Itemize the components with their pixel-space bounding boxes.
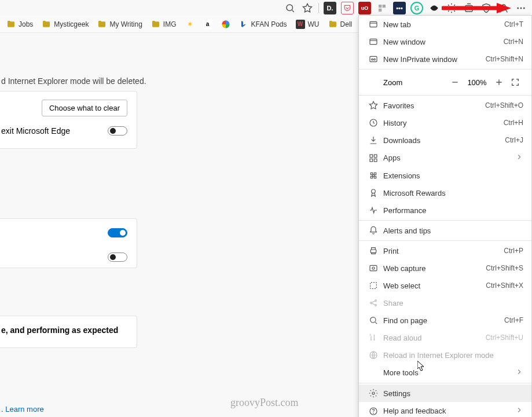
readaloud-icon: A [367,333,380,342]
svg-point-6 [502,5,505,8]
svg-rect-13 [370,39,377,44]
menu-item-help-and-feedback[interactable]: Help and feedback [359,402,531,417]
favorites-star-icon[interactable] [301,2,314,14]
menu-item-apps[interactable]: Apps [359,149,531,167]
zoom-out-button[interactable] [447,75,463,90]
zoom-value: 100% [463,78,491,87]
svg-rect-26 [370,283,377,289]
bookmark-wu[interactable]: WWU [293,18,322,31]
svg-point-28 [375,300,377,302]
services-toggle-on[interactable] [108,228,127,237]
extension-d-icon[interactable]: D. [324,2,336,14]
svg-rect-14 [370,56,377,61]
chevron-right-icon [515,153,523,163]
clear-data-card: Choose what to clear exit Microsoft Edge [0,91,137,149]
menu-item-new-inprivate-window[interactable]: New InPrivate windowCtrl+Shift+N [359,50,531,68]
svg-rect-21 [374,159,377,162]
svg-rect-18 [370,155,373,158]
svg-rect-5 [465,5,472,12]
browser-essentials-icon[interactable] [480,2,493,14]
bookmark-dell[interactable]: Dell [325,18,355,31]
ublock-icon[interactable]: uO [358,2,371,14]
walmart-icon: ✶ [185,20,195,29]
svg-point-8 [520,7,522,9]
collections-icon[interactable] [463,2,475,14]
menu-item-label: Read aloud [380,334,486,342]
menu-item-more-tools[interactable]: More tools [359,364,531,382]
svg-point-27 [370,302,372,304]
menu-item-web-select[interactable]: Web selectCtrl+Shift+X [359,277,531,294]
zoom-in-button[interactable] [491,75,507,90]
menu-item-settings[interactable]: Settings [359,385,531,402]
profile-icon[interactable] [497,2,510,14]
menu-item-alerts-and-tips[interactable]: Alerts and tips [359,222,531,239]
grammarly-icon[interactable]: G [410,2,423,14]
exit-edge-toggle[interactable] [108,126,127,136]
bookmark-label: KFAN Pods [251,20,287,28]
lastpass-icon[interactable]: ••• [393,2,406,14]
menu-shortcut: Ctrl+F [504,316,523,324]
svg-point-30 [370,317,376,323]
svg-point-9 [523,7,525,9]
svg-rect-19 [374,155,377,158]
menu-shortcut: Ctrl+T [504,20,523,28]
menu-item-label: Downloads [380,136,505,145]
menu-shortcut: Ctrl+N [504,38,523,46]
pocket-icon[interactable] [341,2,354,14]
extension-swoosh-icon[interactable] [428,2,441,14]
google-photos-icon [221,20,230,29]
bookmark-mysticgeek[interactable]: Mysticgeek [39,18,91,31]
more-menu-icon[interactable] [515,2,527,14]
menu-item-new-window[interactable]: New windowCtrl+N [359,33,531,50]
svg-rect-3 [379,8,381,11]
menu-item-label: Reload in Internet Explorer mode [380,351,523,360]
services-toggle-off[interactable] [108,253,127,262]
bookmark-kfan-pods[interactable]: KFAN Pods [236,18,290,31]
bookmark-label: WU [308,20,320,28]
bookmark-google-photos[interactable] [218,18,233,31]
amazon-icon: a [203,20,212,29]
svg-rect-23 [370,250,376,253]
settings-gear-icon[interactable] [445,2,458,14]
menu-shortcut: Ctrl+Shift+X [486,281,523,290]
menu-separator [359,69,531,70]
search-icon[interactable] [284,2,296,14]
menu-separator [359,220,531,221]
menu-item-label: Microsoft Rewards [380,189,523,197]
extension-grey-icon[interactable] [376,2,388,14]
svg-point-15 [372,58,373,60]
menu-item-read-aloud: ARead aloudCtrl+Shift+U [359,329,531,346]
bookmark-walmart[interactable]: ✶ [182,18,197,31]
rewards-icon [367,188,380,197]
svg-point-35 [373,413,374,414]
select-icon [367,281,380,290]
learn-more-link[interactable]: Learn more [5,405,43,414]
menu-separator [359,95,531,96]
menu-item-history[interactable]: HistoryCtrl+H [359,114,531,131]
choose-what-to-clear-button[interactable]: Choose what to clear [42,100,127,116]
menu-item-extensions[interactable]: Extensions [359,167,531,184]
menu-item-label: Web select [380,281,486,290]
menu-item-microsoft-rewards[interactable]: Microsoft Rewards [359,184,531,202]
menu-shortcut: Ctrl+Shift+O [485,101,523,109]
bookmark-amazon[interactable]: a [200,18,215,31]
help-icon [367,407,380,416]
menu-item-find-on-page[interactable]: Find on pageCtrl+F [359,312,531,329]
svg-rect-1 [379,5,381,8]
svg-rect-24 [370,265,377,270]
bookmark-jobs[interactable]: Jobs [3,18,36,31]
fullscreen-button[interactable] [507,75,523,90]
menu-item-web-capture[interactable]: Web captureCtrl+Shift+S [359,259,531,277]
bookmark-my-writing[interactable]: My Writing [94,18,145,31]
menu-item-new-tab[interactable]: New tabCtrl+T [359,16,531,33]
window-icon [367,37,380,46]
menu-shortcut: Ctrl+Shift+S [486,264,523,272]
menu-item-downloads[interactable]: DownloadsCtrl+J [359,131,531,149]
menu-item-label: New InPrivate window [380,55,486,64]
menu-item-print[interactable]: PrintCtrl+P [359,242,531,259]
bookmark-img[interactable]: IMG [148,18,179,31]
menu-item-performance[interactable]: Performance [359,202,531,219]
menu-item-favorites[interactable]: FavoritesCtrl+Shift+O [359,97,531,114]
wu-icon: W [296,20,305,29]
menu-item-label: New tab [380,20,504,29]
